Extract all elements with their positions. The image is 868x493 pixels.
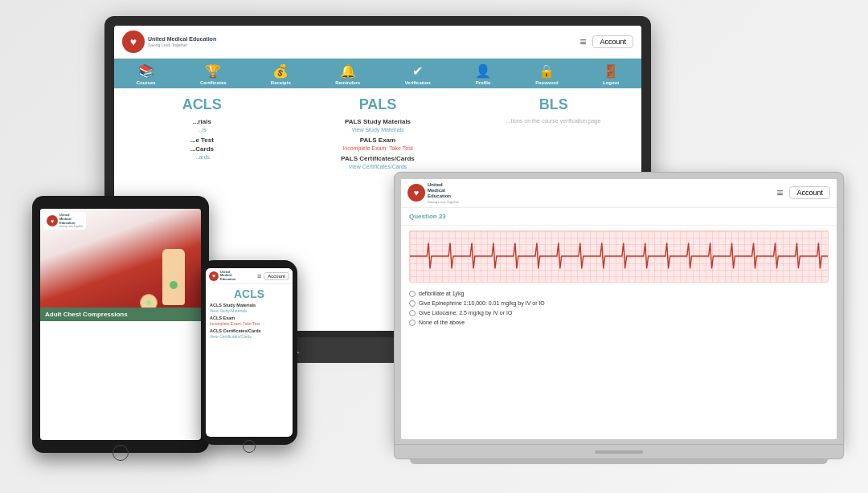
pals-column: PALS PALS Study Materials View Study Mat… [298,96,458,173]
tablet: ♥ UnitedMedicalEducation Saving Lives To… [32,196,209,453]
laptop-notch [595,450,643,454]
hamburger-icon[interactable]: ≡ [579,35,586,48]
acls-study-link[interactable]: ...ls [122,127,282,132]
tablet-hero-image: ♥ UnitedMedicalEducation Saving Lives To… [40,209,201,321]
laptop-ecg-strip [409,230,829,283]
laptop-logo-heart-icon: ♥ [407,184,425,202]
laptop-nav-right: ≡ Account [776,186,830,199]
ecg-waveform [410,231,828,282]
laptop-frame: ♥ UnitedMedicalEducation Saving Lives To… [394,172,844,445]
laptop-screen: ♥ UnitedMedicalEducation Saving Lives To… [401,179,837,439]
pals-cert-title: PALS Certificates/Cards [298,155,458,162]
laptop-bottom [394,445,844,459]
option-row-1: defibrillate at 1j/kg [409,291,829,297]
option-row-4: None of the above [409,320,829,326]
menu-item-profile[interactable]: 👤 Profile [475,63,491,85]
phone: ♥ UnitedMedicalEducation ≡ Account ACLS … [201,260,297,445]
option-row-3: Give Lidocaine: 2.5 mg/kg by IV or IO [409,310,829,316]
pals-exam-title: PALS Exam [298,136,458,144]
option-text-3: Give Lidocaine: 2.5 mg/kg by IV or IO [419,310,512,316]
laptop: ♥ UnitedMedicalEducation Saving Lives To… [394,172,844,477]
pals-exam-link[interactable]: Incomplete Exam: Take Test [298,145,458,151]
phone-screen: ♥ UnitedMedicalEducation ≡ Account ACLS … [206,268,293,437]
phone-account-button[interactable]: Account [264,272,289,280]
logo-heart-icon: ♥ [122,31,145,53]
tablet-body-figure [162,249,185,305]
receipts-label: Receipts [271,80,291,85]
laptop-hamburger-icon[interactable]: ≡ [776,186,783,199]
password-icon: 🔒 [538,63,555,79]
option-text-4: None of the above [419,320,465,325]
phone-cert-link[interactable]: View Certificates/Cards [210,334,289,339]
laptop-question-label: Question 23 [401,208,837,226]
pals-study-link[interactable]: View Study Materials [298,127,458,132]
tablet-logo-heart-icon: ♥ [47,215,58,226]
menu-item-password[interactable]: 🔒 Password [535,63,558,85]
menu-item-receipts[interactable]: 💰 Receipts [271,63,291,85]
logout-icon: 🚪 [603,63,619,79]
courses-label: Courses [137,80,156,85]
laptop-logo: ♥ UnitedMedicalEducation Saving Lives To… [407,182,459,204]
laptop-brand-name: UnitedMedicalEducation [428,182,459,200]
phone-main-content: ACLS ACLS Study Materials View Study Mat… [206,284,293,344]
option-radio-1[interactable] [409,291,416,297]
courses-icon: 📚 [138,63,154,79]
phone-nav: ♥ UnitedMedicalEducation ≡ Account [206,268,293,284]
phone-logo-area: ♥ UnitedMedicalEducation [209,271,235,281]
phone-exam-title: ACLS Exam [210,316,289,320]
receipts-icon: 💰 [272,63,289,79]
laptop-nav: ♥ UnitedMedicalEducation Saving Lives To… [401,179,837,208]
bls-partial: ...tions on the course verification page [473,118,633,124]
tablet-frame: ♥ UnitedMedicalEducation Saving Lives To… [32,196,209,453]
account-button[interactable]: Account [592,35,633,48]
menu-item-reminders[interactable]: 🔔 Reminders [335,63,360,85]
phone-brand-name: UnitedMedicalEducation [220,271,235,281]
reminders-label: Reminders [335,80,360,85]
menu-item-courses[interactable]: 📚 Courses [137,63,156,85]
option-row-2: Give Epinephrine 1:10,000: 0.01 mg/kg by… [409,300,829,307]
verification-label: Verification [404,80,430,85]
pals-title: PALS [298,96,458,113]
pals-study-title: PALS Study Materials [298,118,458,125]
certificates-icon: 🏆 [205,63,221,79]
option-radio-2[interactable] [409,300,416,307]
tablet-hand-dot [146,300,151,305]
phone-acls-title: ACLS [210,287,289,300]
tablet-brand-tagline: Saving Lives Together [59,225,83,228]
acls-exam-title: ...e Test [122,136,282,144]
phone-study-link[interactable]: View Study Materials [210,308,289,313]
acls-column: ACLS ...rials ...ls ...e Test ...Cards .… [122,96,282,173]
acls-cert-title: ...Cards [122,145,282,153]
phone-hamburger-icon[interactable]: ≡ [257,272,261,280]
profile-icon: 👤 [475,63,491,79]
acls-study-title: ...rials [122,118,282,125]
acls-title: ACLS [122,96,282,113]
phone-nav-right: ≡ Account [257,272,289,280]
desktop-menu-bar: 📚 Courses 🏆 Certificates 💰 Receipts 🔔 Re… [114,59,641,88]
desktop-logo: ♥ United Medical Education Saving Lives … [122,31,216,53]
phone-home-button[interactable] [243,440,256,453]
tablet-home-button[interactable] [113,445,129,461]
option-radio-4[interactable] [409,320,416,326]
acls-cert-link[interactable]: ...ards [122,154,282,160]
phone-frame: ♥ UnitedMedicalEducation ≡ Account ACLS … [201,260,297,445]
phone-exam-link[interactable]: Incomplete Exam: Take Test [210,321,289,326]
laptop-account-button[interactable]: Account [789,186,830,199]
profile-label: Profile [476,80,491,85]
phone-study-title: ACLS Study Materials [210,303,289,308]
certificates-label: Certificates [200,80,227,85]
menu-item-verification[interactable]: ✔ Verification [404,63,430,85]
bls-column: BLS ...tions on the course verification … [473,96,633,173]
bls-title: BLS [473,96,633,113]
menu-item-logout[interactable]: 🚪 Logout [603,63,619,85]
tablet-image-overlay: Adult Chest Compressions [40,308,201,321]
menu-item-certificates[interactable]: 🏆 Certificates [200,63,227,85]
tablet-logo-bar: ♥ UnitedMedicalEducation Saving Lives To… [43,212,86,230]
laptop-options: defibrillate at 1j/kg Give Epinephrine 1… [401,287,837,332]
pals-cert-link[interactable]: View Certificates/Cards [298,164,458,169]
option-radio-3[interactable] [409,310,416,316]
brand-tagline: Saving Lives Together [148,43,216,47]
tablet-image-title: Adult Chest Compressions [45,311,196,318]
laptop-hinge [410,459,828,464]
option-text-2: Give Epinephrine 1:10,000: 0.01 mg/kg by… [419,300,545,306]
